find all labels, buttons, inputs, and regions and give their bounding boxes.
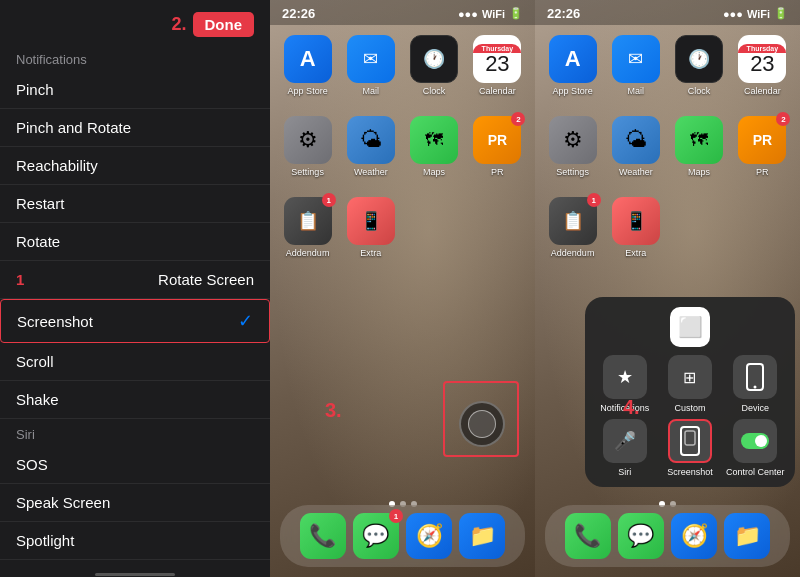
svg-point-1 xyxy=(754,386,757,389)
app-icon-pr-right[interactable]: PR 2 PR xyxy=(737,116,788,177)
dock-middle: 📞 💬 1 🧭 📁 xyxy=(280,505,525,567)
maps-label-mid: Maps xyxy=(423,167,445,177)
assistive-menu-item-device[interactable]: Device xyxy=(726,355,785,413)
assistive-custom-icon: ⊞ xyxy=(668,355,712,399)
app-grid-row3-mid: 📋 1 Addendum 📱 Extra xyxy=(270,187,535,268)
app-icon-mail-right[interactable]: ✉ Mail xyxy=(610,35,661,96)
right-panel: 22:26 ●●● WiFi 🔋 A App Store ✉ Mail 🕐 xyxy=(535,0,800,577)
app-icon-extra-right[interactable]: 📱 Extra xyxy=(610,197,661,258)
step-2-label: 2. xyxy=(171,14,186,35)
assistive-screenshot-label: Screenshot xyxy=(667,467,713,477)
app-icon-maps-right[interactable]: 🗺 Maps xyxy=(674,116,725,177)
assistive-menu-item-siri[interactable]: 🎤 Siri xyxy=(595,419,654,477)
done-button[interactable]: Done xyxy=(193,12,255,37)
assistive-menu-item-custom[interactable]: ⊞ Custom xyxy=(660,355,719,413)
status-bar-right: 22:26 ●●● WiFi 🔋 xyxy=(535,0,800,25)
dock-files-mid[interactable]: 📁 xyxy=(459,513,505,559)
app-icon-clock-right[interactable]: 🕐 Clock xyxy=(674,35,725,96)
assistive-notifications-icon: ★ xyxy=(603,355,647,399)
mail-icon-right: ✉ xyxy=(612,35,660,83)
time-middle: 22:26 xyxy=(282,6,315,21)
signal-icon-right: ●●● xyxy=(723,8,743,20)
app-icon-extra-mid[interactable]: 📱 Extra xyxy=(345,197,396,258)
assistive-touch-highlight xyxy=(443,381,519,457)
app-icon-pr-mid[interactable]: PR 2 PR xyxy=(472,116,523,177)
menu-item-restart[interactable]: Restart xyxy=(0,185,270,223)
app-icon-addendum-right[interactable]: 📋 1 Addendum xyxy=(547,197,598,258)
signal-icon: ●●● xyxy=(458,8,478,20)
pr-icon-right: PR 2 xyxy=(738,116,786,164)
weather-icon-mid: 🌤 xyxy=(347,116,395,164)
app-icon-weather-right[interactable]: 🌤 Weather xyxy=(610,116,661,177)
assistive-siri-label: Siri xyxy=(618,467,631,477)
menu-item-voice-control[interactable]: Voice Control xyxy=(0,560,270,573)
assistive-menu-item-control-center[interactable]: Control Center xyxy=(726,419,785,477)
assistive-custom-label: Custom xyxy=(674,403,705,413)
app-icon-settings-mid[interactable]: ⚙ Settings xyxy=(282,116,333,177)
app-grid-row1-right: A App Store ✉ Mail 🕐 Clock Thursday 23 xyxy=(535,25,800,106)
menu-item-rotate-screen[interactable]: 1 Rotate Screen xyxy=(0,261,270,299)
assistive-screenshot-icon xyxy=(668,419,712,463)
app-icon-calendar-mid[interactable]: Thursday 23 Calendar xyxy=(472,35,523,96)
appstore-label-mid: App Store xyxy=(288,86,328,96)
assistive-menu-item-screenshot[interactable]: Screenshot xyxy=(660,419,719,477)
dock-phone-mid[interactable]: 📞 xyxy=(300,513,346,559)
step-4-label: 4. xyxy=(623,396,640,419)
dock-safari-right[interactable]: 🧭 xyxy=(671,513,717,559)
extra-icon-mid: 📱 xyxy=(347,197,395,245)
app-grid-row2-mid: ⚙ Settings 🌤 Weather 🗺 Maps PR 2 PR xyxy=(270,106,535,187)
app-icon-addendum-mid[interactable]: 📋 1 Addendum xyxy=(282,197,333,258)
menu-item-spotlight[interactable]: Spotlight xyxy=(0,522,270,560)
menu-item-shake[interactable]: Shake xyxy=(0,381,270,419)
addendum-badge-right: 1 xyxy=(587,193,601,207)
calendar-icon-mid: Thursday 23 xyxy=(473,35,521,83)
weather-icon-right: 🌤 xyxy=(612,116,660,164)
dock-safari-mid[interactable]: 🧭 xyxy=(406,513,452,559)
app-grid-row2-right: ⚙ Settings 🌤 Weather 🗺 Maps PR 2 PR xyxy=(535,106,800,187)
app-icon-maps-mid[interactable]: 🗺 Maps xyxy=(409,116,460,177)
menu-item-reachability[interactable]: Reachability xyxy=(0,147,270,185)
app-grid-row3-right: 📋 1 Addendum 📱 Extra xyxy=(535,187,800,268)
battery-icon: 🔋 xyxy=(509,7,523,20)
extra-label-mid: Extra xyxy=(360,248,381,258)
status-icons-right: ●●● WiFi 🔋 xyxy=(723,7,788,20)
menu-item-pinch[interactable]: Pinch xyxy=(0,71,270,109)
extra-icon-right: 📱 xyxy=(612,197,660,245)
menu-list: Notifications Pinch Pinch and Rotate Rea… xyxy=(0,44,270,573)
app-icon-appstore-mid[interactable]: A App Store xyxy=(282,35,333,96)
addendum-label-mid: Addendum xyxy=(286,248,330,258)
addendum-icon-mid: 📋 1 xyxy=(284,197,332,245)
mail-label-mid: Mail xyxy=(363,86,380,96)
settings-label-mid: Settings xyxy=(291,167,324,177)
assistive-menu-top: ⬜ xyxy=(595,307,785,347)
menu-item-speak-screen[interactable]: Speak Screen xyxy=(0,484,270,522)
menu-item-scroll[interactable]: Scroll xyxy=(0,343,270,381)
menu-item-sos[interactable]: SOS xyxy=(0,446,270,484)
app-icon-clock-mid[interactable]: 🕐 Clock xyxy=(409,35,460,96)
app-icon-calendar-right[interactable]: Thursday 23 Calendar xyxy=(737,35,788,96)
maps-icon-right: 🗺 xyxy=(675,116,723,164)
pr-badge-mid: 2 xyxy=(511,112,525,126)
assistive-touch-menu: ⬜ ★ Notifications ⊞ Custom xyxy=(585,297,795,487)
clock-label-mid: Clock xyxy=(423,86,446,96)
dock-messages-right[interactable]: 💬 xyxy=(618,513,664,559)
toggle-icon xyxy=(741,433,769,449)
menu-item-screenshot[interactable]: Screenshot ✓ xyxy=(0,299,270,343)
dock-right: 📞 💬 🧭 📁 xyxy=(545,505,790,567)
app-icon-weather-mid[interactable]: 🌤 Weather xyxy=(345,116,396,177)
app-icon-mail-mid[interactable]: ✉ Mail xyxy=(345,35,396,96)
phone-screen-middle: 22:26 ●●● WiFi 🔋 A App Store ✉ Mail 🕐 xyxy=(270,0,535,577)
appstore-icon-mid: A xyxy=(284,35,332,83)
app-icon-appstore-right[interactable]: A App Store xyxy=(547,35,598,96)
dock-messages-mid[interactable]: 💬 1 xyxy=(353,513,399,559)
app-icon-settings-right[interactable]: ⚙ Settings xyxy=(547,116,598,177)
middle-panel: 22:26 ●●● WiFi 🔋 A App Store ✉ Mail 🕐 xyxy=(270,0,535,577)
menu-item-pinch-rotate[interactable]: Pinch and Rotate xyxy=(0,109,270,147)
dock-files-right[interactable]: 📁 xyxy=(724,513,770,559)
assistive-siri-icon: 🎤 xyxy=(603,419,647,463)
clock-icon-right: 🕐 xyxy=(675,35,723,83)
dock-phone-right[interactable]: 📞 xyxy=(565,513,611,559)
menu-item-rotate[interactable]: Rotate xyxy=(0,223,270,261)
addendum-icon-right: 📋 1 xyxy=(549,197,597,245)
assistive-menu-center: ⬜ xyxy=(670,307,710,347)
